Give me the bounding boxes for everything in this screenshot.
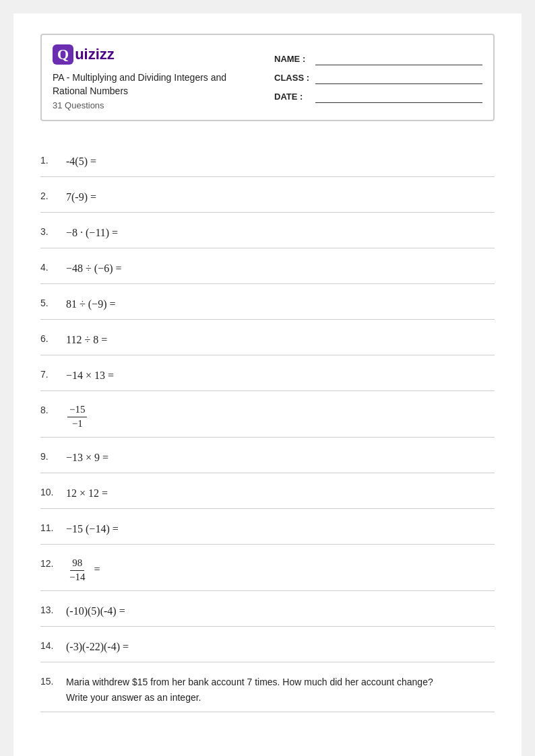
quizizz-logo: Quizizz	[53, 44, 261, 65]
name-label: NAME :	[274, 54, 311, 64]
questions-list: 1. -4(5) = 2. 7(-9) = 3. −8 · (−11) = 4.…	[40, 141, 495, 712]
question-content: -4(5) =	[66, 153, 495, 170]
quiz-title: PA - Multiplying and Dividing Integers a…	[53, 71, 261, 98]
question-item: 11. −15 (−14) =	[40, 509, 495, 545]
question-content: −13 × 9 =	[66, 450, 495, 466]
question-item: 10. 12 × 12 =	[40, 473, 495, 509]
question-content: 81 ÷ (−9) =	[66, 296, 495, 312]
date-label: DATE :	[274, 92, 311, 102]
quiz-questions: 31 Questions	[53, 100, 261, 110]
question-content: −15 (−14) =	[66, 521, 495, 537]
fraction: −15 −1	[67, 403, 87, 430]
logo-q-badge: Q	[53, 44, 73, 65]
question-content: (-10)(5)(-4) =	[66, 603, 495, 619]
question-content: 7(-9) =	[66, 189, 495, 205]
question-item: 2. 7(-9) =	[40, 177, 495, 213]
question-number: 3.	[40, 225, 59, 237]
question-number: 4.	[40, 261, 59, 273]
logo-text: uizizz	[75, 46, 115, 63]
question-content: Maria withdrew $15 from her bank account…	[66, 675, 495, 705]
date-field-row: DATE :	[274, 90, 482, 103]
question-number: 11.	[40, 521, 59, 533]
question-number: 9.	[40, 450, 59, 462]
fraction-denominator: −14	[67, 571, 87, 584]
question-item: 4. −48 ÷ (−6) =	[40, 248, 495, 284]
question-content: −8 · (−11) =	[66, 225, 495, 241]
question-content: (-3)(-22)(-4) =	[66, 639, 495, 655]
question-item: 5. 81 ÷ (−9) =	[40, 284, 495, 320]
equals-sign: =	[94, 563, 100, 575]
question-content: −48 ÷ (−6) =	[66, 261, 495, 277]
name-field-row: NAME :	[274, 52, 482, 65]
fraction-numerator: 98	[70, 557, 84, 571]
header-box: Quizizz PA - Multiplying and Dividing In…	[40, 34, 495, 121]
question-item: 14. (-3)(-22)(-4) =	[40, 627, 495, 662]
question-number: 7.	[40, 368, 59, 380]
question-number: 6.	[40, 332, 59, 344]
class-line	[315, 71, 482, 84]
header-right: NAME : CLASS : DATE :	[274, 44, 482, 110]
question-item: 7. −14 × 13 =	[40, 355, 495, 391]
question-number: 5.	[40, 296, 59, 308]
question-item: 12. 98 −14 =	[40, 545, 495, 591]
question-item: 13. (-10)(5)(-4) =	[40, 591, 495, 627]
question-content: 112 ÷ 8 =	[66, 332, 495, 348]
fraction: 98 −14	[67, 557, 87, 584]
question-content: 98 −14 =	[66, 557, 495, 584]
page: Quizizz PA - Multiplying and Dividing In…	[13, 13, 522, 756]
date-line	[315, 90, 482, 103]
question-number: 12.	[40, 557, 59, 569]
question-content: 12 × 12 =	[66, 485, 495, 502]
question-number: 15.	[40, 675, 59, 687]
question-item: 6. 112 ÷ 8 =	[40, 320, 495, 355]
fraction-numerator: −15	[67, 403, 87, 417]
question-number: 2.	[40, 189, 59, 201]
question-number: 14.	[40, 639, 59, 651]
question-number: 13.	[40, 603, 59, 615]
name-line	[315, 52, 482, 65]
question-item: 1. -4(5) =	[40, 141, 495, 177]
class-field-row: CLASS :	[274, 71, 482, 84]
header-left: Quizizz PA - Multiplying and Dividing In…	[53, 44, 261, 110]
question-item: 3. −8 · (−11) =	[40, 213, 495, 248]
fraction-denominator: −1	[70, 417, 85, 431]
question-number: 8.	[40, 403, 59, 415]
question-content: −15 −1	[66, 403, 495, 430]
question-number: 10.	[40, 485, 59, 497]
question-number: 1.	[40, 153, 59, 166]
question-item: 9. −13 × 9 =	[40, 438, 495, 473]
question-item: 15. Maria withdrew $15 from her bank acc…	[40, 662, 495, 712]
question-item: 8. −15 −1	[40, 391, 495, 438]
question-content: −14 × 13 =	[66, 368, 495, 384]
class-label: CLASS :	[274, 73, 311, 83]
